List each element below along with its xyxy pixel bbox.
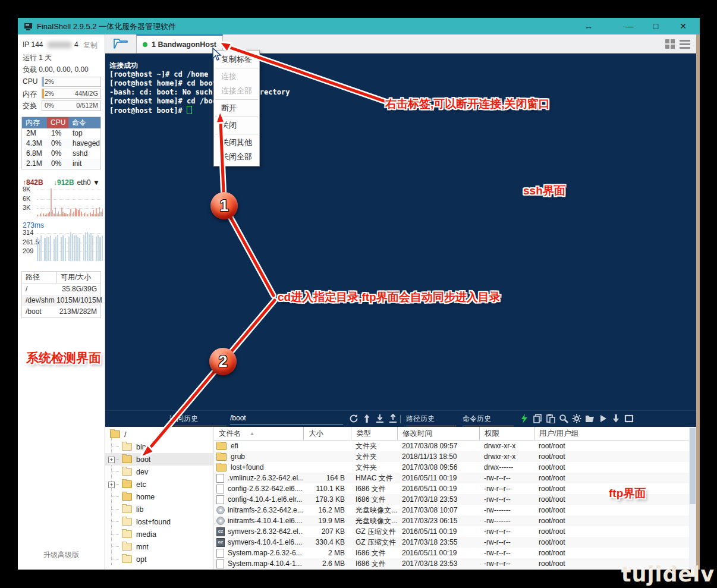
terminal-line: [root@host boot]# [109, 106, 696, 115]
bar [98, 213, 99, 216]
bar [62, 235, 64, 261]
path-input[interactable]: /boot [230, 414, 343, 425]
disk-header: 路径可用/大小 [22, 272, 100, 284]
file-list: 文件名▲大小类型修改时间权限用户/用户组 efi文件夹2017/03/08 09… [214, 427, 696, 570]
run-icon[interactable] [598, 414, 608, 425]
disk-row[interactable]: /35.8G/39G [22, 284, 100, 295]
process-row[interactable]: 4.3M0%haveged [22, 139, 100, 149]
search-icon[interactable] [559, 414, 568, 425]
grid-view-icon[interactable] [665, 39, 675, 51]
column-header[interactable]: 权限 [479, 427, 534, 440]
folder-icon [122, 468, 132, 476]
file-row[interactable]: initramfs-2.6.32-642.e...16.2 MB光盘映像文...… [214, 505, 696, 515]
bar [90, 213, 91, 216]
expander-icon[interactable]: + [108, 482, 115, 488]
interface-selector[interactable]: eth0 ▼ [77, 178, 100, 187]
open-folder-icon[interactable] [585, 414, 595, 425]
file-row[interactable]: initramfs-4.10.4-1.el6....19.9 MB光盘映像文..… [214, 515, 696, 526]
uptime-text: 运行 1 天 [23, 53, 52, 63]
minimize-button[interactable]: — [619, 18, 640, 34]
tree-item-[interactable]: / [105, 428, 213, 441]
window-icon[interactable] [624, 414, 634, 425]
tree-item-opt[interactable]: opt [105, 553, 213, 565]
titlebar[interactable]: FinalShell 2.9.5.2 一体化服务器管理软件 ↔—□✕ [18, 18, 700, 34]
file-row[interactable]: GZsymvers-4.10.4-1.el6....330.4 KBGZ 压缩文… [214, 537, 696, 548]
copy-icon[interactable] [533, 414, 542, 425]
file-list-header[interactable]: 文件名▲大小类型修改时间权限用户/用户组 [214, 427, 696, 441]
disk-row[interactable]: /boot213M/282M [22, 306, 100, 317]
tree-item-home[interactable]: home [105, 490, 213, 503]
process-row[interactable]: 2M1%top [22, 128, 100, 139]
tree-item-etc[interactable]: +etc [105, 478, 213, 490]
disk-table[interactable]: 路径可用/大小 /35.8G/39G/dev/shm1015M/1015M/bo… [21, 271, 101, 318]
column-header[interactable]: 类型 [351, 427, 397, 440]
process-row[interactable]: 2.1M0%init [22, 159, 100, 169]
settings-icon[interactable] [572, 414, 581, 425]
window-content: IP 144 4 复制 运行 1 天 负载 0.00, 0.00, 0.00 C… [18, 34, 700, 570]
bar [42, 215, 43, 216]
tree-item-dev[interactable]: dev [105, 466, 213, 478]
bar [99, 207, 100, 216]
mem-label: 内存 [23, 89, 37, 99]
resize-button[interactable]: ↔ [578, 18, 599, 34]
axis-tick: 9K [23, 185, 30, 193]
menu-item[interactable]: 复制标签 [214, 52, 259, 67]
proc-header[interactable]: 内存 [22, 117, 47, 128]
menu-item[interactable]: 关闭全部 [214, 150, 259, 164]
bar [96, 237, 97, 261]
file-row[interactable]: config-4.10.4-1.el6.elr...178.3 KBI686 文… [214, 494, 696, 505]
column-header[interactable]: 修改时间 [397, 427, 479, 440]
download-arrow-icon[interactable] [611, 414, 621, 425]
terminal-cursor [187, 106, 192, 114]
proc-header[interactable]: 命令 [68, 117, 100, 128]
expander-icon[interactable]: + [108, 457, 115, 463]
copy-ip-button[interactable]: 复制 [83, 40, 98, 51]
column-header[interactable]: 用户/用户组 [534, 427, 696, 440]
tree-item-bin[interactable]: bin [105, 441, 213, 453]
lightning-icon[interactable] [520, 414, 529, 425]
path-history-dropdown[interactable]: 路径历史 [406, 414, 456, 426]
menu-item[interactable]: 断开 [214, 101, 259, 115]
disk-row[interactable]: /dev/shm1015M/1015M [22, 295, 100, 306]
tree-item-mnt[interactable]: mnt [105, 540, 213, 553]
file-row[interactable]: .vmlinuz-2.6.32-642.el...164 BHMAC 文件201… [214, 473, 696, 483]
file-row[interactable]: config-2.6.32-642.el6....110.1 KBI686 文件… [214, 483, 696, 494]
tree-item-lostfound[interactable]: lost+found [105, 515, 213, 528]
close-button[interactable]: ✕ [673, 18, 693, 34]
file-row[interactable]: lost+found文件夹2017/03/08 09:56drwx------r… [214, 462, 696, 473]
tree-item-label: etc [136, 480, 146, 489]
bar [79, 238, 80, 261]
upgrade-link[interactable]: 升级高级版 [18, 550, 105, 560]
tree-item-boot[interactable]: +boot [105, 453, 213, 466]
tab-bandwagonhost[interactable]: 1 BandwagonHost [136, 34, 223, 54]
upload-icon[interactable] [388, 414, 398, 425]
refresh-icon[interactable] [349, 414, 358, 425]
menu-item[interactable]: 关闭其他 [214, 136, 259, 150]
folder-icon [122, 455, 132, 463]
bar [83, 235, 84, 261]
open-connection-button[interactable] [112, 37, 129, 51]
list-view-icon[interactable] [680, 39, 690, 51]
file-row[interactable]: efi文件夹2017/03/08 09:57drwxr-xr-xroot/roo… [214, 441, 696, 451]
process-table[interactable]: 内存CPU命令 2M1%top4.3M0%haveged6.8M0%sshd2.… [21, 117, 101, 169]
up-icon[interactable] [362, 414, 372, 425]
file-row[interactable]: GZsymvers-2.6.32-642.el...207 KBGZ 压缩文件2… [214, 526, 696, 537]
bar [51, 188, 52, 216]
download-icon[interactable] [375, 414, 385, 425]
tree-item-media[interactable]: media [105, 528, 213, 540]
column-header[interactable]: 文件名▲ [214, 427, 303, 440]
maximize-button[interactable]: □ [646, 18, 666, 34]
command-history-dropdown[interactable]: 命令历史 [463, 414, 514, 426]
tree-item-lib[interactable]: lib [105, 503, 213, 515]
process-row[interactable]: 6.8M0%sshd [22, 149, 100, 159]
paste-icon[interactable] [546, 414, 555, 425]
menu-item[interactable]: 关闭 [214, 118, 259, 133]
ssh-terminal[interactable]: 连接成功[root@host ~]# cd /home[root@host ho… [105, 54, 696, 410]
file-row[interactable]: System.map-2.6.32-6...2 MBI686 文件2016/05… [214, 548, 696, 558]
file-list-scrollbar[interactable] [689, 427, 696, 570]
file-row[interactable]: grub文件夹2018/11/13 18:50drwxr-xr-xroot/ro… [214, 451, 696, 462]
visit-history-dropdown[interactable]: 访问历史 [169, 414, 227, 426]
column-header[interactable]: 大小 [303, 427, 351, 440]
file-list-scrollbar-thumb[interactable] [690, 428, 696, 504]
proc-header[interactable]: CPU [47, 117, 68, 128]
